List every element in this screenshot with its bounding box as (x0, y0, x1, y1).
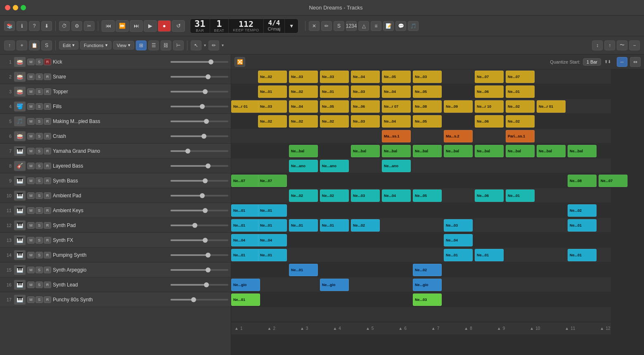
block[interactable]: Ne...06 (351, 100, 380, 113)
tune-icon[interactable]: △ (358, 21, 369, 31)
quantize-select[interactable]: 1 Bar (583, 58, 601, 66)
track-fader[interactable] (170, 299, 228, 301)
mute-btn[interactable]: M (27, 118, 35, 125)
cycle-button[interactable]: ↺ (172, 20, 185, 32)
block[interactable]: Ma...ss.1 (382, 130, 411, 142)
record-btn[interactable]: R (44, 133, 51, 140)
block[interactable]: Ne...02 (506, 100, 535, 113)
record-btn[interactable]: R (44, 222, 51, 229)
block[interactable]: Ne...05 (320, 100, 349, 113)
record-btn[interactable]: R (44, 59, 51, 65)
solo-icon[interactable]: ✕ (309, 21, 320, 31)
solo-btn[interactable]: S (36, 192, 43, 199)
solo-btn[interactable]: S (36, 103, 43, 110)
block[interactable]: Ne...04 (382, 115, 411, 128)
track-fader[interactable] (170, 61, 228, 63)
block[interactable]: Ne...01 (506, 189, 535, 202)
block[interactable]: Ne...07 (258, 175, 287, 187)
track-fader[interactable] (170, 254, 228, 256)
resize-btn[interactable]: ⇔ (630, 57, 641, 67)
block[interactable]: Ne...03 (413, 71, 442, 83)
record-btn[interactable]: R (44, 178, 51, 184)
block[interactable]: Ne...gio (413, 279, 442, 291)
track-fader[interactable] (170, 135, 228, 137)
up-icon[interactable]: ↑ (604, 40, 615, 50)
block[interactable]: Ne...02 (320, 115, 349, 128)
block[interactable]: Ne...r 07 (382, 100, 411, 113)
mute-btn[interactable]: M (27, 178, 35, 184)
fast-forward-button[interactable]: ⏩ (116, 20, 129, 32)
record-btn[interactable]: R (44, 192, 51, 199)
track-fader[interactable] (170, 269, 228, 271)
s-track-btn[interactable]: S (41, 40, 52, 50)
skip-back-button[interactable]: ⏭ (130, 20, 143, 32)
timesig-arrow[interactable]: ▼ (285, 19, 298, 33)
block[interactable]: Ne...bal (351, 145, 380, 157)
block[interactable]: Ne...01 (320, 85, 349, 98)
mute-btn[interactable]: M (27, 133, 35, 140)
mute-btn[interactable]: M (27, 237, 35, 244)
mute-btn[interactable]: M (27, 163, 35, 169)
block[interactable]: Ne...01 (289, 219, 318, 232)
block[interactable]: Ne...01 (568, 219, 597, 232)
block[interactable]: Ne...bal (475, 145, 504, 157)
track-fader[interactable] (170, 165, 228, 167)
block[interactable]: Ne...07 (231, 175, 260, 187)
auto-colorize-btn[interactable]: ↔ (617, 57, 627, 67)
region-options-icon[interactable]: 🔀 (234, 57, 245, 67)
block[interactable]: Ne...bal (382, 145, 411, 157)
functions-menu[interactable]: Functions ▾ (80, 41, 111, 50)
view-menu[interactable]: View ▾ (113, 41, 135, 50)
block[interactable]: Ne...03 (258, 100, 287, 113)
quantize-stepper[interactable]: ⬆⬇ (604, 59, 611, 64)
solo-btn[interactable]: S (36, 267, 43, 273)
block[interactable]: Ne...03 (351, 85, 380, 98)
mute-btn[interactable]: M (27, 73, 35, 80)
track-fader[interactable] (170, 76, 228, 78)
pencil-icon[interactable]: ✏ (321, 21, 332, 31)
block[interactable]: Ne...bal (506, 145, 535, 157)
solo-btn[interactable]: S (36, 118, 43, 125)
block[interactable]: Ne...03 (320, 71, 349, 83)
mute-btn[interactable]: M (27, 59, 35, 65)
block[interactable]: Ne...01 (475, 249, 504, 261)
solo-btn[interactable]: S (36, 178, 43, 184)
tempo-display[interactable]: 112 KEEP TEMPO (229, 19, 263, 33)
solo-btn[interactable]: S (36, 88, 43, 95)
block[interactable]: Ne...ano (382, 160, 411, 172)
minimize-button[interactable] (13, 5, 18, 10)
block[interactable]: Ne...04 (382, 85, 411, 98)
block[interactable]: Ne...01 (506, 85, 535, 98)
add-track-button[interactable]: + (17, 40, 27, 50)
record-btn[interactable]: R (44, 267, 51, 273)
block[interactable]: Ne...07 (506, 71, 535, 83)
track-fader[interactable] (170, 121, 228, 122)
block[interactable]: Ne...02 (258, 71, 287, 83)
solo-btn[interactable]: S (36, 282, 43, 288)
track-fader[interactable] (170, 150, 228, 152)
block[interactable]: Ne...02 (413, 264, 442, 276)
track-fader[interactable] (170, 195, 228, 196)
block[interactable]: Ne...01 (231, 219, 260, 232)
block[interactable]: Ne...01 (568, 249, 597, 261)
block[interactable]: Ne...05 (413, 85, 442, 98)
block[interactable]: Ne...05 (413, 189, 442, 202)
link-icon[interactable]: ⛓ (161, 40, 171, 50)
s-icon[interactable]: S (334, 21, 344, 31)
block[interactable]: Ne...06 (475, 189, 504, 202)
solo-btn[interactable]: S (36, 148, 43, 154)
block[interactable]: Ne...06 (475, 115, 504, 128)
block[interactable]: Ne...02 (289, 115, 318, 128)
block[interactable]: Ne...07 (599, 175, 627, 187)
block[interactable]: Ne...02 (289, 189, 318, 202)
height-icon[interactable]: ↕ (592, 40, 603, 50)
mute-btn[interactable]: M (27, 267, 35, 273)
block[interactable]: Ne...04 (289, 100, 318, 113)
record-btn[interactable]: R (44, 282, 51, 288)
timesig-display[interactable]: 4/4 C♯maj (264, 19, 285, 33)
scissors-icon[interactable]: ✂ (84, 21, 95, 31)
pointer-dropdown[interactable]: ▾ (204, 43, 206, 47)
solo-btn[interactable]: S (36, 296, 43, 303)
block[interactable]: Ne...02 (351, 219, 380, 232)
block[interactable]: Ne...01 (258, 219, 287, 232)
